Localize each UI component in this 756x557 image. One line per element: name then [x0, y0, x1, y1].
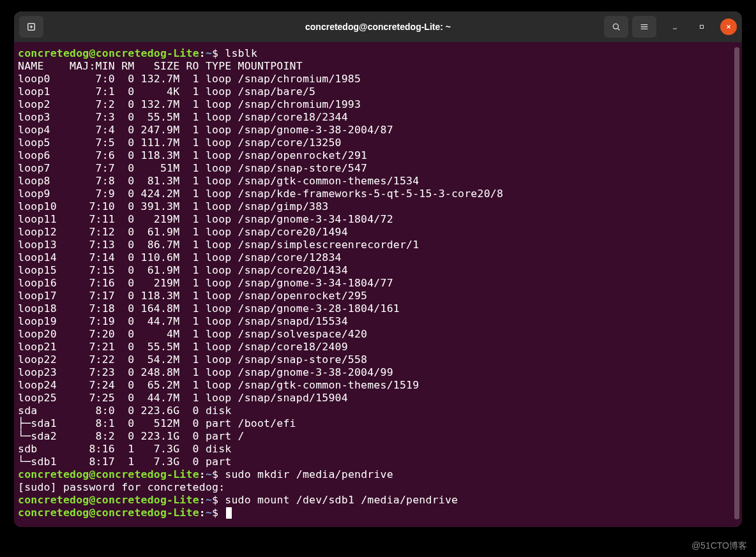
terminal-window: concretedog@concretedog-Lite: ~ concrete… — [14, 11, 742, 527]
terminal-body[interactable]: concretedog@concretedog-Lite:~$ lsblk NA… — [14, 42, 742, 527]
svg-point-1 — [613, 24, 618, 29]
maximize-button[interactable] — [693, 19, 710, 35]
svg-rect-2 — [700, 26, 704, 29]
menu-button[interactable] — [632, 16, 656, 38]
scrollbar[interactable] — [734, 47, 739, 519]
new-tab-button[interactable] — [19, 16, 43, 38]
titlebar: concretedog@concretedog-Lite: ~ — [14, 11, 742, 42]
close-button[interactable] — [720, 19, 737, 35]
watermark: @51CTO博客 — [692, 540, 747, 552]
window-title: concretedog@concretedog-Lite: ~ — [305, 22, 451, 32]
terminal-output[interactable]: concretedog@concretedog-Lite:~$ lsblk NA… — [18, 47, 738, 519]
search-button[interactable] — [604, 16, 628, 38]
minimize-button[interactable] — [667, 19, 683, 35]
